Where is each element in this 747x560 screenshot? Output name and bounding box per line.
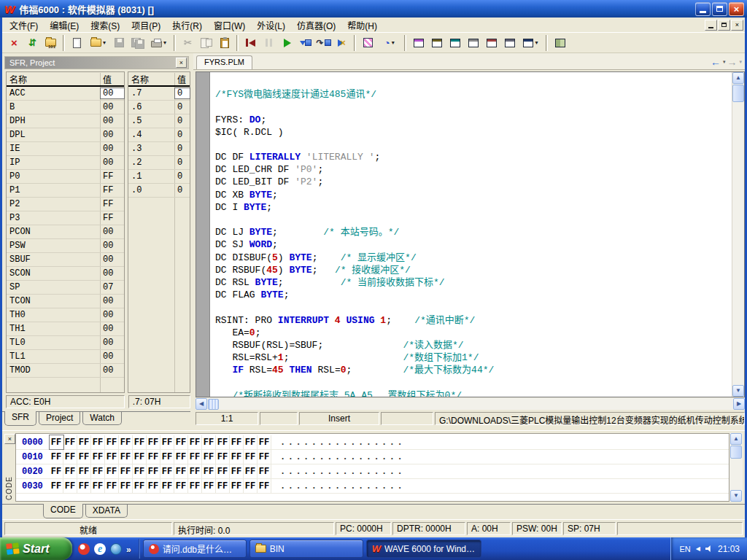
- register-row-value[interactable]: 00: [101, 351, 124, 362]
- cut-button[interactable]: ✂: [179, 34, 197, 52]
- memory-byte[interactable]: FF: [188, 450, 202, 464]
- mdi-close-button[interactable]: ×: [731, 20, 743, 31]
- memory-byte[interactable]: FF: [202, 435, 216, 449]
- menu-item[interactable]: 外设(L): [251, 18, 291, 33]
- menu-item[interactable]: 仿真器(O): [291, 18, 341, 33]
- register-row[interactable]: PSW00: [7, 239, 124, 253]
- editor-gutter[interactable]: [196, 72, 210, 397]
- nav-forward-dropdown-icon[interactable]: ▾: [739, 59, 742, 65]
- register-row[interactable]: DPL00: [7, 128, 124, 142]
- memory-byte[interactable]: FF: [119, 479, 133, 493]
- register-row[interactable]: TL000: [7, 336, 124, 350]
- window-sfr-button[interactable]: [409, 34, 427, 52]
- menu-item[interactable]: 执行(R): [166, 18, 208, 33]
- debug-stop-button[interactable]: ×: [5, 34, 23, 52]
- timer-dropdown-icon[interactable]: ▾: [392, 39, 395, 46]
- copy-button[interactable]: [197, 34, 215, 52]
- menu-item[interactable]: 编辑(E): [44, 18, 85, 33]
- register-row-value[interactable]: FF: [101, 171, 124, 182]
- reset-button[interactable]: [241, 34, 260, 52]
- menu-item[interactable]: 帮助(H): [341, 18, 383, 33]
- memory-byte[interactable]: FF: [50, 435, 63, 449]
- register-row[interactable]: TH100: [7, 322, 124, 336]
- register-row-value[interactable]: 00: [101, 338, 124, 348]
- scroll-down-icon[interactable]: ▼: [730, 490, 742, 502]
- register-row[interactable]: SP07: [7, 281, 124, 295]
- hscroll-thumb[interactable]: [208, 399, 219, 410]
- memory-byte[interactable]: FF: [91, 479, 105, 493]
- window-memory-button[interactable]: [500, 34, 519, 52]
- memory-byte[interactable]: FF: [216, 435, 230, 449]
- register-row[interactable]: IP00: [7, 156, 124, 170]
- memory-byte[interactable]: FF: [258, 464, 271, 478]
- memory-byte[interactable]: FF: [133, 479, 147, 493]
- memory-byte[interactable]: FF: [244, 464, 258, 478]
- minimize-button[interactable]: [695, 2, 711, 16]
- register-row-value[interactable]: 00: [101, 324, 124, 334]
- bit-row[interactable]: .20: [128, 156, 190, 170]
- memory-byte[interactable]: FF: [147, 435, 160, 449]
- register-row-value[interactable]: 00: [101, 116, 124, 126]
- register-row[interactable]: IE00: [7, 142, 124, 156]
- register-row-value[interactable]: 00: [101, 227, 124, 237]
- quick-launch-globe-icon[interactable]: [110, 543, 122, 555]
- start-button[interactable]: Start: [0, 537, 72, 560]
- memory-byte[interactable]: FF: [105, 435, 119, 449]
- register-row-value[interactable]: 00: [101, 241, 124, 251]
- quick-launch-browser-icon[interactable]: [78, 543, 90, 555]
- register-row[interactable]: SCON00: [7, 267, 124, 281]
- register-row[interactable]: P3FF: [7, 211, 124, 225]
- memory-byte[interactable]: FF: [147, 464, 160, 478]
- memory-byte[interactable]: FF: [216, 450, 230, 464]
- bit-row-value[interactable]: 0: [175, 158, 190, 168]
- tab-sfr[interactable]: SFR: [4, 411, 36, 426]
- run-to-cursor-button[interactable]: ×: [333, 34, 351, 52]
- register-row-value[interactable]: 00: [101, 254, 124, 265]
- memory-dump[interactable]: 0000FFFFFFFFFFFFFFFFFFFFFFFFFFFFFFFF....…: [15, 433, 729, 502]
- register-row-value[interactable]: 00: [101, 158, 124, 168]
- breakpoint-button[interactable]: [359, 34, 377, 52]
- editor-vscrollbar[interactable]: ▲ ▼: [732, 72, 744, 397]
- memory-byte[interactable]: FF: [63, 464, 77, 478]
- scroll-thumb[interactable]: [730, 446, 742, 459]
- memory-byte[interactable]: FF: [160, 479, 174, 493]
- paste-button[interactable]: [215, 34, 233, 52]
- memory-panel-close-button[interactable]: ×: [4, 434, 15, 444]
- taskbar-item[interactable]: 请问.ddb是什么格式...: [143, 540, 247, 558]
- scroll-up-icon[interactable]: ▲: [732, 72, 744, 84]
- register-row[interactable]: P2FF: [7, 198, 124, 211]
- memory-byte[interactable]: FF: [230, 464, 244, 478]
- mdi-restore-button[interactable]: [718, 20, 730, 31]
- register-row-value[interactable]: 00: [101, 102, 124, 112]
- memory-byte[interactable]: FF: [147, 450, 160, 464]
- memory-byte[interactable]: FF: [202, 464, 216, 478]
- scroll-right-icon[interactable]: ▶: [733, 398, 745, 410]
- bit-row-value[interactable]: 0: [175, 102, 190, 112]
- memory-byte[interactable]: FF: [119, 450, 133, 464]
- refresh-button[interactable]: ⇵: [23, 34, 42, 52]
- bit-row-value[interactable]: 0: [175, 144, 190, 154]
- memory-byte[interactable]: FF: [244, 435, 258, 449]
- print-dropdown-icon[interactable]: ▾: [163, 39, 166, 46]
- menu-item[interactable]: 项目(P): [125, 18, 166, 33]
- memory-byte[interactable]: FF: [105, 450, 119, 464]
- save-all-button[interactable]: [128, 34, 147, 52]
- close-button[interactable]: ×: [729, 2, 744, 16]
- memory-byte[interactable]: FF: [147, 479, 160, 493]
- scroll-down-icon[interactable]: ▼: [732, 385, 744, 397]
- bit-row[interactable]: .60: [128, 101, 190, 114]
- memory-byte[interactable]: FF: [63, 479, 77, 493]
- bit-row[interactable]: .00: [128, 184, 190, 198]
- memory-tab-code[interactable]: CODE: [43, 504, 83, 518]
- register-row[interactable]: DPH00: [7, 114, 124, 128]
- save-button[interactable]: [110, 34, 128, 52]
- memory-byte[interactable]: FF: [174, 464, 188, 478]
- memory-byte[interactable]: FF: [244, 479, 258, 493]
- bit-row[interactable]: .40: [128, 128, 190, 142]
- menu-item[interactable]: 窗口(W): [208, 18, 251, 33]
- bit-row-value[interactable]: 0: [175, 171, 190, 182]
- load-module-button[interactable]: 101: [42, 34, 60, 52]
- mdi-minimize-button[interactable]: [705, 20, 717, 31]
- memory-byte[interactable]: FF: [133, 464, 147, 478]
- nav-forward-icon[interactable]: →: [727, 57, 737, 67]
